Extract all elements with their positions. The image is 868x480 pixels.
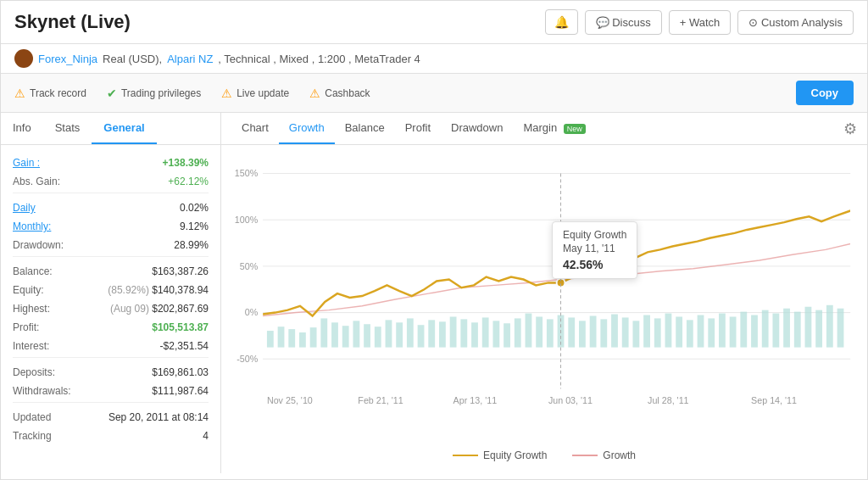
trading-privileges-status: ✔ Trading privileges xyxy=(107,87,201,100)
svg-rect-47 xyxy=(654,318,661,347)
svg-rect-55 xyxy=(740,312,747,348)
main-content: Info Stats General Gain : +138.39% Abs. … xyxy=(1,113,867,473)
chart-tab-margin[interactable]: Margin New xyxy=(513,113,595,144)
tracking-row: Tracking 4 xyxy=(13,427,209,445)
svg-rect-62 xyxy=(815,310,822,348)
tab-info[interactable]: Info xyxy=(1,113,43,144)
svg-rect-60 xyxy=(794,312,801,348)
highest-value: (Aug 09) $202,867.69 xyxy=(110,303,209,315)
svg-rect-16 xyxy=(320,318,327,347)
svg-rect-31 xyxy=(482,317,489,347)
monthly-value: 9.12% xyxy=(180,220,209,232)
svg-rect-26 xyxy=(428,320,435,347)
warning-icon-live: ⚠ xyxy=(221,87,232,100)
username-link[interactable]: Forex_Ninja xyxy=(38,53,97,65)
svg-rect-61 xyxy=(805,307,812,348)
equity-row: Equity: (85.92%) $140,378.94 xyxy=(13,281,209,299)
gain-link[interactable]: Gain : xyxy=(13,157,40,169)
discuss-button[interactable]: 💬 Discuss xyxy=(585,10,662,35)
tracking-value: 4 xyxy=(203,430,209,442)
copy-button[interactable]: Copy xyxy=(796,81,854,105)
svg-rect-21 xyxy=(375,327,381,347)
subtitle-bar: Forex_Ninja Real (USD), Alpari NZ , Tech… xyxy=(1,44,867,74)
svg-rect-23 xyxy=(396,322,403,347)
chart-settings-icon[interactable]: ⚙ xyxy=(843,120,857,138)
withdrawals-value: $111,987.64 xyxy=(152,385,209,397)
svg-rect-19 xyxy=(353,321,359,347)
tab-stats[interactable]: Stats xyxy=(43,113,92,144)
svg-rect-44 xyxy=(622,317,629,347)
svg-rect-28 xyxy=(450,316,457,347)
abs-gain-value: +62.12% xyxy=(168,176,209,187)
bell-button[interactable]: 🔔 xyxy=(545,9,578,35)
warning-icon-cashback: ⚠ xyxy=(309,87,320,100)
svg-text:100%: 100% xyxy=(235,215,259,225)
drawdown-label: Drawdown: xyxy=(13,239,64,251)
watch-button[interactable]: + Watch xyxy=(669,10,732,35)
right-panel: Chart Growth Balance Profit Drawdown Mar… xyxy=(221,113,867,473)
svg-rect-35 xyxy=(526,314,532,348)
svg-rect-52 xyxy=(708,318,715,347)
volume-bars xyxy=(267,305,843,348)
svg-rect-50 xyxy=(687,320,693,347)
monthly-link[interactable]: Monthly: xyxy=(13,220,51,232)
chart-tab-balance[interactable]: Balance xyxy=(335,113,395,144)
svg-rect-40 xyxy=(579,321,586,347)
deposits-value: $169,861.03 xyxy=(152,366,209,378)
chart-legend: Equity Growth Growth xyxy=(230,444,859,465)
legend-line-pink xyxy=(572,455,598,456)
monthly-row: Monthly: 9.12% xyxy=(13,217,209,236)
svg-rect-56 xyxy=(751,315,758,348)
gain-value: +138.39% xyxy=(163,157,209,169)
svg-rect-49 xyxy=(676,316,682,347)
deposits-row: Deposits: $169,861.03 xyxy=(13,363,209,382)
tracking-label: Tracking xyxy=(13,430,52,442)
header: Skynet (Live) 🔔 💬 Discuss + Watch ⊙ Cust… xyxy=(1,1,867,44)
svg-rect-57 xyxy=(762,310,769,348)
growth-chart: 150% 100% 50% 0% -50% xyxy=(230,153,859,442)
svg-rect-29 xyxy=(460,319,467,347)
broker-link[interactable]: Alpari NZ xyxy=(167,53,213,65)
legend-equity-growth: Equity Growth xyxy=(453,449,547,461)
equity-note: (85.92%) xyxy=(108,284,149,296)
svg-rect-37 xyxy=(547,319,554,347)
svg-rect-39 xyxy=(568,317,575,347)
balance-value: $163,387.26 xyxy=(152,265,209,277)
withdrawals-row: Withdrawals: $111,987.64 xyxy=(13,382,209,403)
chart-area: 150% 100% 50% 0% -50% xyxy=(221,145,867,473)
chart-tab-profit[interactable]: Profit xyxy=(395,113,441,144)
equity-label: Equity: xyxy=(13,284,44,296)
svg-text:150%: 150% xyxy=(235,168,259,178)
svg-rect-59 xyxy=(783,309,790,348)
chart-tab-drawdown[interactable]: Drawdown xyxy=(441,113,513,144)
svg-rect-36 xyxy=(536,316,542,347)
cashback-label: Cashback xyxy=(325,87,370,99)
svg-text:Jul 28, '11: Jul 28, '11 xyxy=(648,395,689,405)
svg-rect-30 xyxy=(471,322,478,347)
svg-rect-58 xyxy=(772,314,779,348)
tab-general[interactable]: General xyxy=(92,113,156,144)
svg-text:Nov 25, '10: Nov 25, '10 xyxy=(267,395,313,405)
new-badge: New xyxy=(564,124,586,134)
legend-equity-label: Equity Growth xyxy=(483,449,547,461)
svg-rect-20 xyxy=(364,324,370,347)
chart-tab-growth[interactable]: Growth xyxy=(279,113,335,144)
abs-gain-label: Abs. Gain: xyxy=(13,176,60,187)
svg-text:Feb 21, '11: Feb 21, '11 xyxy=(358,395,403,405)
warning-icon-track: ⚠ xyxy=(14,87,25,100)
svg-rect-42 xyxy=(600,319,607,347)
svg-rect-14 xyxy=(299,332,306,348)
svg-text:-50%: -50% xyxy=(236,354,258,364)
daily-row: Daily 0.02% xyxy=(13,198,209,217)
header-actions: 🔔 💬 Discuss + Watch ⊙ Custom Analysis xyxy=(545,9,854,35)
cashback-status: ⚠ Cashback xyxy=(309,87,370,100)
svg-rect-48 xyxy=(665,314,672,348)
svg-text:Apr 13, '11: Apr 13, '11 xyxy=(453,395,498,405)
svg-rect-22 xyxy=(386,320,392,347)
left-panel: Info Stats General Gain : +138.39% Abs. … xyxy=(1,113,221,473)
svg-rect-25 xyxy=(418,325,425,347)
daily-link[interactable]: Daily xyxy=(13,202,36,214)
chart-tab-chart[interactable]: Chart xyxy=(231,113,279,144)
track-record-label: Track record xyxy=(30,87,86,99)
custom-analysis-button[interactable]: ⊙ Custom Analysis xyxy=(737,10,854,35)
